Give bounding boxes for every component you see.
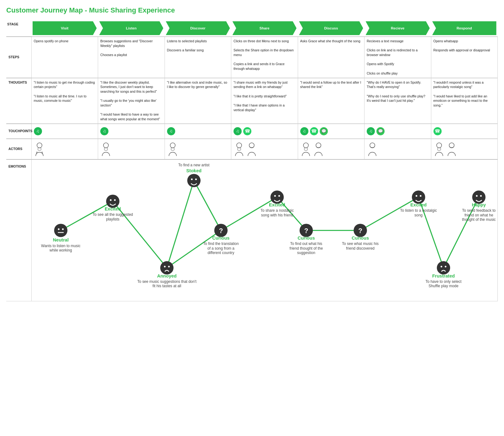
emotion-curious-discover-label: Curious	[212, 236, 229, 241]
emotion-annoyed-desc2: fit his tastes at all	[152, 284, 181, 288]
emotion-excited-listen-label: Excited	[104, 206, 121, 211]
emotion-curious-share-label: Curious	[297, 236, 315, 241]
emotion-excited-share-desc1: To share a nostalgic	[260, 208, 293, 213]
emotion-excited-recieve-desc2: song	[414, 213, 423, 217]
svg-point-22	[114, 199, 115, 201]
steps-recieve: Recieves a text messageClicks on link an…	[365, 37, 431, 78]
emotion-happy-desc1: To send feedback to	[462, 208, 496, 213]
actors-share	[231, 139, 298, 159]
emotion-excited-recieve-label: Excited	[410, 202, 427, 207]
svg-point-31	[440, 266, 442, 267]
steps-share: Clicks on three dot Menu next to songSel…	[231, 37, 298, 78]
emotions-row: EMOTIONS Neutral Wants to listen to m	[6, 159, 498, 301]
emotion-neutral-desc1: Wants to listen to music	[41, 243, 81, 248]
emotion-excited-share-label: Excited	[269, 202, 285, 207]
svg-point-30	[420, 195, 421, 197]
stage-recieve-arrow: Recieve	[366, 21, 430, 35]
emotion-excited-listen-desc2: playlists	[106, 217, 119, 221]
touchpoints-recieve: ♫ 💬	[365, 124, 431, 139]
stage-share-arrow: Share	[233, 21, 297, 35]
svg-point-24	[168, 266, 170, 267]
emotions-chart-cell: Neutral Wants to listen to music while w…	[31, 159, 498, 301]
stage-row: STAGE Visit Listen Discover Share Discus…	[6, 20, 498, 37]
emotion-excited-share-desc2: song with his friend	[261, 213, 293, 217]
stage-discuss: Discuss	[298, 20, 365, 37]
thoughts-share: "I share music with my friends by just s…	[231, 78, 298, 124]
stage-discover-arrow: Discover	[166, 21, 230, 35]
emotion-curious-share-q: ?	[304, 227, 308, 234]
emotion-curious-discuss-desc1: To see what music his	[342, 241, 379, 246]
steps-visit: Opens spotify on phone	[31, 37, 98, 78]
actor-male-icon	[167, 142, 178, 156]
thoughts-respond: "I wouldn't respond unless it was a part…	[431, 78, 498, 124]
emotion-curious-discuss-q: ?	[358, 227, 362, 234]
spotify-icon: ♫	[167, 127, 175, 135]
spotify-icon: ♫	[100, 127, 108, 135]
actors-discover	[165, 139, 231, 159]
svg-rect-9	[238, 148, 241, 150]
actor-male-icon	[300, 142, 312, 156]
emotion-curious-share-desc3: suggestion	[297, 251, 315, 255]
page-title: Customer Journey Map - Music Sharing Exp…	[6, 6, 498, 14]
actor-male-icon	[433, 142, 445, 156]
stage-listen: Listen	[98, 20, 165, 37]
emotion-annoyed-label: Annoyed	[157, 273, 176, 278]
svg-point-32	[444, 266, 446, 267]
emotions-label: EMOTIONS	[6, 159, 31, 301]
whatsapp-icon: ☎	[243, 127, 251, 135]
actors-row: ACTORS	[6, 139, 498, 159]
stage-discuss-arrow: Discuss	[299, 21, 363, 35]
spotify-icon: ♫	[234, 127, 242, 135]
steps-label: STEPS	[6, 37, 31, 78]
svg-point-21	[110, 199, 111, 201]
imessage-icon: 💬	[320, 127, 328, 135]
actor-male-icon	[100, 142, 112, 156]
emotion-neutral-label: Neutral	[53, 237, 68, 242]
emotion-annoyed-desc1: To see music suggestions that don't	[137, 279, 196, 284]
thoughts-visit: "I listen to music to get me through cod…	[31, 78, 98, 124]
emotion-curious-discover-desc3: different country	[207, 251, 234, 255]
touchpoints-row: TOUCHPOINTS ♫ ♫ ♫ ♫ ☎ ♫ ☎ 💬	[6, 124, 498, 139]
emotion-curious-discuss-label: Curious	[351, 236, 369, 241]
svg-rect-3	[38, 148, 41, 150]
emotion-frustrated-label: Frustrated	[432, 273, 454, 278]
stage-respond: Respond	[431, 20, 498, 37]
svg-point-6	[170, 143, 175, 148]
spotify-icon: ♫	[34, 127, 42, 135]
touchpoints-respond: ☎	[431, 124, 498, 139]
emotion-curious-q: ?	[219, 227, 223, 234]
spotify-icon: ♫	[300, 127, 308, 135]
svg-point-25	[191, 178, 192, 180]
whatsapp-icon: ☎	[310, 127, 318, 135]
svg-point-11	[303, 143, 308, 148]
spotify-icon: ♫	[367, 127, 375, 135]
thoughts-recieve: "Why do I HAVE to open it on Spotify. Th…	[365, 78, 431, 124]
imessage-icon: 💬	[376, 127, 385, 135]
svg-point-26	[195, 178, 197, 180]
actors-listen	[98, 139, 165, 159]
emotion-curious-discuss-desc2: friend discovered	[346, 246, 375, 250]
stage-visit: Visit	[31, 20, 98, 37]
svg-rect-16	[438, 148, 441, 150]
svg-rect-5	[104, 148, 108, 150]
svg-point-29	[416, 195, 417, 197]
actor-female-icon	[446, 142, 457, 156]
stage-listen-arrow: Listen	[99, 21, 164, 35]
svg-line-1	[36, 152, 37, 154]
svg-point-0	[37, 143, 42, 148]
svg-point-27	[274, 195, 276, 197]
stage-share: Share	[231, 20, 298, 37]
touchpoints-listen: ♫	[98, 124, 165, 139]
touchpoints-discover: ♫	[165, 124, 231, 139]
svg-point-23	[164, 266, 165, 267]
emotion-curious-discover-desc2: of a song from a	[207, 246, 234, 250]
actors-visit	[31, 139, 98, 159]
actors-label: ACTORS	[6, 139, 31, 159]
emotion-excited-recieve-desc1: To listen to a nostalgic	[400, 208, 437, 213]
svg-rect-12	[304, 148, 307, 150]
emotion-branch-stoked	[167, 180, 194, 268]
touchpoints-visit: ♫	[31, 124, 98, 139]
steps-discover: Listens to selected playlistsDiscovers a…	[165, 37, 231, 78]
emotion-line	[60, 197, 479, 268]
actors-discuss	[298, 139, 365, 159]
